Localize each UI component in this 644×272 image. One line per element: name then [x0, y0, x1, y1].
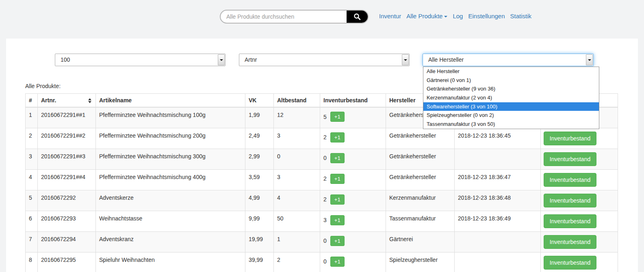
- manufacturer-select[interactable]: Alle Hersteller: [423, 54, 594, 66]
- artnr-cell: 20160672291##3: [38, 149, 96, 169]
- nav-statistik[interactable]: Statistik: [510, 13, 532, 19]
- row-number-cell: 1: [26, 107, 38, 128]
- dropdown-arrow-icon[interactable]: [402, 54, 409, 65]
- nav-alle-produkte[interactable]: Alle Produkte: [406, 13, 447, 19]
- inventory-app-page: Inventur Alle Produkte Log Einstellungen…: [0, 0, 644, 272]
- hersteller-cell: Getränkehersteller: [386, 169, 455, 190]
- zeitstempel-cell: [455, 149, 541, 169]
- inventurbestand-value: 2: [323, 175, 327, 182]
- altbestand-cell: 3: [274, 169, 320, 190]
- row-number-cell: 7: [26, 231, 38, 252]
- inventurbestand-button[interactable]: Inventurbestand: [544, 194, 596, 207]
- inventurbestand-cell: 0 +1: [320, 231, 386, 252]
- zeitstempel-cell: [455, 252, 541, 272]
- plus-one-button[interactable]: +1: [330, 174, 345, 184]
- inventurbestand-button[interactable]: Inventurbestand: [544, 214, 596, 228]
- inventurbestand-value: 2: [323, 134, 327, 140]
- inventurbestand-cell: 5 +1: [320, 107, 386, 128]
- artnr-cell: 20160672291##1: [38, 107, 96, 128]
- artikelname-cell: Pfefferminztee Weihnachtsmischung 400g: [96, 169, 245, 190]
- table-row: 4 20160672291##4 Pfefferminztee Weihnach…: [26, 169, 618, 190]
- plus-one-button[interactable]: +1: [330, 132, 345, 142]
- artikelname-cell: Pfefferminztee Weihnachtsmischung 100g: [96, 107, 245, 128]
- inventurbestand-button[interactable]: Inventurbestand: [544, 132, 596, 145]
- row-number-cell: 4: [26, 169, 38, 190]
- manufacturer-value: Alle Hersteller: [423, 54, 593, 66]
- search-icon: [353, 13, 361, 20]
- aktion-cell: Inventurbestand: [541, 211, 618, 231]
- artnr-cell: 20160672291##2: [38, 128, 96, 149]
- search-bar: [220, 10, 369, 24]
- inventurbestand-value: 3: [323, 217, 327, 223]
- inventurbestand-value: 0: [323, 155, 327, 161]
- dropdown-option[interactable]: Tassenmanufaktur (3 von 50): [423, 120, 599, 129]
- artikelname-cell: Spieluhr Weihnachten: [96, 252, 245, 272]
- aktion-cell: Inventurbestand: [541, 190, 618, 211]
- artikelname-cell: Adventskranz: [96, 231, 245, 252]
- dropdown-option[interactable]: Getränkehersteller (9 von 36): [423, 84, 599, 93]
- header-inventurbestand: Inventurbestand: [320, 94, 386, 108]
- inventurbestand-button[interactable]: Inventurbestand: [544, 152, 596, 166]
- nav-einstellungen[interactable]: Einstellungen: [468, 13, 505, 19]
- page-size-select[interactable]: 100: [55, 54, 226, 66]
- header-altbestand: Altbestand: [274, 94, 320, 108]
- section-title: Alle Produkte:: [25, 83, 61, 89]
- hersteller-cell: Gärtnerei: [386, 231, 455, 252]
- artnr-cell: 20160672295: [38, 252, 96, 272]
- table-row: 2 20160672291##2 Pfefferminztee Weihnach…: [26, 128, 618, 149]
- dropdown-option[interactable]: Softwarehersteller (3 von 100): [423, 102, 599, 111]
- dropdown-arrow-icon[interactable]: [218, 54, 225, 65]
- artikelname-cell: Weihnachtstasse: [96, 211, 245, 231]
- sort-field-select[interactable]: Artnr: [239, 54, 410, 66]
- aktion-cell: Inventurbestand: [541, 252, 618, 272]
- inventurbestand-cell: 2 +1: [320, 169, 386, 190]
- plus-one-button[interactable]: +1: [330, 112, 345, 122]
- hersteller-cell: Kerzenmanufaktur: [386, 190, 455, 211]
- dropdown-option[interactable]: Gärtnerei (0 von 1): [423, 76, 599, 85]
- row-number-cell: 8: [26, 252, 38, 272]
- plus-one-button[interactable]: +1: [330, 257, 345, 267]
- inventurbestand-cell: 2 +1: [320, 128, 386, 149]
- artnr-cell: 20160672291##4: [38, 169, 96, 190]
- row-number-cell: 6: [26, 211, 38, 231]
- dropdown-arrow-icon[interactable]: [586, 54, 593, 65]
- altbestand-cell: 0: [274, 149, 320, 169]
- inventurbestand-button[interactable]: Inventurbestand: [544, 235, 596, 249]
- inventurbestand-value: 2: [323, 196, 327, 203]
- table-row: 7 20160672294 Adventskranz 19,99 1 0 +1 …: [26, 231, 618, 252]
- top-nav: Inventur Alle Produkte Log Einstellungen…: [379, 13, 531, 19]
- dropdown-option[interactable]: Alle Hersteller: [423, 67, 599, 76]
- plus-one-button[interactable]: +1: [330, 215, 345, 225]
- plus-one-button[interactable]: +1: [330, 236, 345, 246]
- header-vk: VK: [245, 94, 274, 108]
- manufacturer-dropdown: Alle HerstellerGärtnerei (0 von 1)Geträn…: [423, 67, 599, 129]
- inventurbestand-button[interactable]: Inventurbestand: [544, 173, 596, 187]
- table-row: 3 20160672291##3 Pfefferminztee Weihnach…: [26, 149, 618, 169]
- search-input[interactable]: [221, 11, 347, 23]
- search-button[interactable]: [347, 11, 368, 23]
- artikelname-cell: Pfefferminztee Weihnachtsmischung 200g: [96, 128, 245, 149]
- header-artnr-sortable[interactable]: Artnr.: [38, 94, 96, 108]
- altbestand-cell: 3: [274, 128, 320, 149]
- aktion-cell: Inventurbestand: [541, 231, 618, 252]
- altbestand-cell: 1: [274, 231, 320, 252]
- vk-cell: 2,99: [245, 149, 274, 169]
- dropdown-option[interactable]: Kerzenmanufaktur (2 von 4): [423, 93, 599, 102]
- dropdown-option[interactable]: Spielzeughersteller (0 von 2): [423, 111, 599, 120]
- inventurbestand-cell: 2 +1: [320, 190, 386, 211]
- table-row: 8 20160672295 Spieluhr Weihnachten 39,99…: [26, 252, 618, 272]
- vk-cell: 9,99: [245, 211, 274, 231]
- sort-icon[interactable]: [88, 98, 91, 103]
- hersteller-cell: Spielzeughersteller: [386, 252, 455, 272]
- zeitstempel-cell: 2018-12-23 18:36:49: [455, 211, 541, 231]
- sort-field-value: Artnr: [239, 54, 409, 66]
- inventurbestand-cell: 0 +1: [320, 149, 386, 169]
- inventurbestand-value: 0: [323, 237, 327, 244]
- vk-cell: 19,99: [245, 231, 274, 252]
- inventurbestand-button[interactable]: Inventurbestand: [544, 256, 596, 270]
- plus-one-button[interactable]: +1: [330, 194, 345, 205]
- nav-log[interactable]: Log: [453, 13, 463, 19]
- nav-inventur[interactable]: Inventur: [379, 13, 401, 19]
- plus-one-button[interactable]: +1: [330, 153, 345, 163]
- altbestand-cell: 50: [274, 211, 320, 231]
